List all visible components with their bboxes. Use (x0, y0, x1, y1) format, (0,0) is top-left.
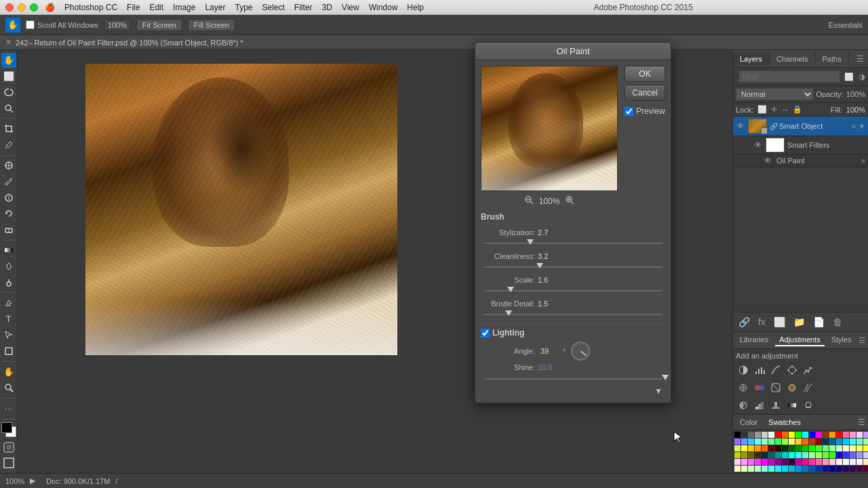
swatch-item[interactable] (809, 459, 815, 465)
healing-brush-tool[interactable] (1, 159, 16, 174)
blur-tool[interactable] (1, 259, 16, 274)
swatch-item[interactable] (768, 432, 774, 438)
layer-group-icon[interactable]: 📁 (791, 315, 808, 329)
eyedropper-tool[interactable] (1, 138, 16, 152)
hue-saturation-icon[interactable] (736, 380, 751, 395)
swatch-item[interactable] (850, 466, 856, 472)
exposure-icon[interactable] (785, 363, 800, 378)
swatch-item[interactable] (856, 432, 863, 438)
swatch-item[interactable] (734, 432, 741, 438)
swatch-item[interactable] (768, 452, 774, 458)
swatch-item[interactable] (816, 432, 822, 438)
layer-visibility-icon[interactable]: 👁 (736, 121, 745, 131)
swatch-item[interactable] (823, 459, 829, 465)
layer-item-smart-filters[interactable]: 👁 Smart Filters (733, 136, 868, 155)
swatch-item[interactable] (795, 439, 802, 445)
history-brush-tool[interactable] (1, 206, 16, 221)
swatch-item[interactable] (823, 432, 829, 438)
swatch-item[interactable] (843, 439, 849, 445)
oil-paint-visibility-icon[interactable]: 👁 (763, 156, 772, 165)
swatch-item[interactable] (768, 445, 774, 451)
swatch-item[interactable] (789, 439, 795, 445)
swatch-item[interactable] (816, 452, 822, 458)
swatch-item[interactable] (762, 445, 768, 451)
swatch-item[interactable] (850, 432, 856, 438)
swatch-item[interactable] (741, 432, 747, 438)
scroll-all-windows-checkbox[interactable]: Scroll All Windows (26, 20, 98, 29)
swatch-item[interactable] (789, 466, 795, 472)
scroll-all-windows-input[interactable] (26, 20, 35, 29)
gradient-tool[interactable] (1, 243, 16, 258)
dialog-cancel-button[interactable]: Cancel (625, 85, 665, 101)
swatch-item[interactable] (748, 452, 754, 458)
menu-window[interactable]: Window (369, 3, 398, 12)
swatch-item[interactable] (809, 432, 815, 438)
close-button[interactable] (5, 3, 14, 12)
tab-adjustments[interactable]: Adjustments (775, 334, 825, 346)
swatch-item[interactable] (734, 439, 741, 445)
clone-stamp-tool[interactable] (1, 190, 16, 205)
brush-tool[interactable] (1, 174, 16, 189)
swatch-item[interactable] (795, 432, 802, 438)
minimize-button[interactable] (18, 3, 26, 12)
swatch-item[interactable] (748, 466, 754, 472)
pixel-filter-icon[interactable]: ⬜ (843, 72, 855, 82)
swatch-item[interactable] (768, 439, 774, 445)
stylization-slider[interactable] (481, 239, 665, 248)
zoom-input[interactable] (104, 19, 131, 31)
stylization-thumb[interactable] (527, 239, 534, 245)
crop-tool[interactable] (1, 121, 16, 136)
swatch-item[interactable] (741, 439, 747, 445)
swatch-item[interactable] (748, 459, 754, 465)
panel-menu-icon[interactable]: ☰ (852, 52, 868, 66)
shape-tool[interactable] (1, 344, 16, 359)
blend-mode-select[interactable]: Normal (736, 88, 814, 100)
swatch-item[interactable] (809, 452, 815, 458)
swatch-item[interactable] (856, 459, 863, 465)
oil-paint-settings-icon[interactable]: ≡ (861, 157, 865, 165)
swatch-item[interactable] (741, 459, 747, 465)
opacity-value[interactable]: 100% (846, 90, 865, 98)
swatch-item[interactable] (775, 432, 781, 438)
channel-mixer-icon[interactable] (801, 380, 816, 395)
swatch-item[interactable] (795, 466, 802, 472)
swatch-item[interactable] (789, 452, 795, 458)
swatch-item[interactable] (768, 466, 774, 472)
swatches-menu-icon[interactable]: ☰ (858, 418, 865, 427)
swatch-item[interactable] (755, 432, 761, 438)
swatch-item[interactable] (762, 459, 768, 465)
shine-slider[interactable] (481, 374, 665, 384)
lock-all-icon[interactable]: 🔒 (793, 105, 802, 114)
vibrance-icon[interactable] (801, 363, 816, 378)
swatch-item[interactable] (823, 452, 829, 458)
tab-libraries[interactable]: Libraries (736, 334, 772, 346)
swatch-item[interactable] (816, 445, 822, 451)
swatch-item[interactable] (863, 432, 868, 438)
gradient-map-icon[interactable] (785, 398, 800, 413)
swatch-item[interactable] (775, 439, 781, 445)
swatch-item[interactable] (775, 459, 781, 465)
swatch-item[interactable] (748, 439, 754, 445)
swatch-item[interactable] (863, 439, 868, 445)
swatch-item[interactable] (795, 452, 802, 458)
swatch-item[interactable] (795, 445, 802, 451)
lighting-checkbox[interactable] (481, 329, 490, 338)
color-balance-icon[interactable] (752, 380, 767, 395)
more-tools[interactable]: ··· (1, 401, 16, 416)
swatch-item[interactable] (829, 459, 835, 465)
swatch-item[interactable] (762, 439, 768, 445)
swatch-item[interactable] (836, 439, 842, 445)
swatch-item[interactable] (823, 466, 829, 472)
type-tool[interactable]: T (1, 312, 16, 327)
tab-layers[interactable]: Layers (733, 52, 770, 66)
menu-help[interactable]: Help (407, 3, 424, 12)
swatch-item[interactable] (789, 459, 795, 465)
layer-new-icon[interactable]: 📄 (810, 315, 827, 329)
menu-photoshop[interactable]: Photoshop CC (64, 3, 117, 12)
invert-icon[interactable] (736, 398, 751, 413)
lasso-tool[interactable] (1, 85, 16, 100)
layer-delete-icon[interactable]: 🗑 (830, 315, 845, 329)
scale-thumb[interactable] (507, 287, 514, 292)
swatch-item[interactable] (762, 452, 768, 458)
swatch-item[interactable] (836, 459, 842, 465)
